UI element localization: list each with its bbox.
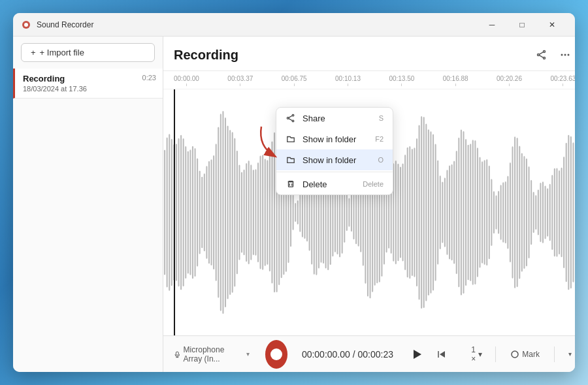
svg-rect-143 <box>474 140 476 285</box>
svg-rect-52 <box>262 155 263 270</box>
svg-rect-36 <box>225 117 226 307</box>
svg-rect-167 <box>531 180 532 245</box>
svg-rect-113 <box>404 155 406 270</box>
close-button[interactable]: ✕ <box>537 13 567 37</box>
svg-rect-135 <box>456 151 457 274</box>
svg-rect-10 <box>164 150 165 275</box>
menu-separator <box>276 172 393 172</box>
svg-rect-122 <box>425 123 427 301</box>
svg-rect-142 <box>472 140 474 285</box>
recording-item-date: 18/03/2024 at 17.36 <box>23 85 155 93</box>
svg-rect-19 <box>185 146 186 279</box>
svg-rect-157 <box>507 176 508 249</box>
svg-rect-43 <box>241 172 242 253</box>
svg-rect-45 <box>246 163 247 262</box>
timeline-mark-2: 00:06.75 <box>282 75 307 86</box>
time-display: 00:00:00.00 / 00:00:23 <box>295 349 400 360</box>
main-content: + + Import file Recording 18/03/2024 at … <box>13 37 575 372</box>
mark-button[interactable]: Mark <box>505 347 545 362</box>
maximize-button[interactable]: □ <box>507 13 537 37</box>
svg-rect-56 <box>271 141 272 283</box>
timeline-mark-5: 00:16.88 <box>443 75 468 86</box>
svg-rect-32 <box>216 144 217 281</box>
share-shortcut: S <box>379 114 384 122</box>
svg-rect-156 <box>505 181 506 243</box>
context-menu-share[interactable]: Share S <box>276 108 393 129</box>
svg-rect-54 <box>267 160 268 265</box>
svg-rect-152 <box>495 195 497 230</box>
microphone-label: Microphone Array (In... <box>184 345 244 363</box>
header-actions <box>531 44 575 65</box>
svg-rect-154 <box>500 185 502 240</box>
recording-title: Recording <box>174 48 531 63</box>
svg-rect-18 <box>183 138 184 286</box>
svg-rect-23 <box>194 148 195 277</box>
svg-rect-111 <box>400 166 401 258</box>
svg-rect-147 <box>484 160 485 265</box>
svg-rect-42 <box>238 164 240 260</box>
svg-rect-26 <box>201 177 203 249</box>
context-menu-show-in-folder[interactable]: Show in folder F2 <box>276 129 393 149</box>
svg-rect-144 <box>477 147 478 277</box>
svg-rect-118 <box>416 138 417 286</box>
skip-back-button[interactable] <box>434 344 450 365</box>
timeline-mark-0: 00:00.00 <box>174 75 199 86</box>
svg-point-8 <box>564 54 566 56</box>
svg-rect-119 <box>419 125 420 300</box>
svg-rect-30 <box>211 159 212 266</box>
speed-label: 1 × <box>470 345 478 363</box>
import-file-button[interactable]: + + Import file <box>21 43 155 62</box>
show-folder-shortcut: F2 <box>375 135 384 143</box>
context-menu-show-in-folder-2[interactable]: Show in folder O <box>276 149 393 170</box>
svg-rect-150 <box>491 179 492 246</box>
record-button[interactable] <box>265 340 287 369</box>
context-menu: Share S Show in folder F2 <box>276 107 393 195</box>
svg-rect-125 <box>433 134 434 291</box>
recording-list-item[interactable]: Recording 18/03/2024 at 17.36 0:23 <box>13 69 163 99</box>
svg-rect-120 <box>421 116 422 309</box>
svg-rect-39 <box>232 132 233 293</box>
svg-rect-121 <box>423 117 425 308</box>
svg-rect-138 <box>463 131 464 294</box>
svg-rect-22 <box>192 146 193 279</box>
mark-label: Mark <box>522 350 540 359</box>
svg-rect-176 <box>551 175 553 250</box>
svg-rect-68 <box>299 192 301 232</box>
svg-rect-115 <box>409 146 410 279</box>
svg-rect-169 <box>535 195 536 230</box>
svg-rect-146 <box>482 161 483 263</box>
more-options-button[interactable] <box>555 44 575 65</box>
svg-point-2 <box>544 51 546 53</box>
svg-rect-163 <box>521 153 523 272</box>
svg-rect-181 <box>563 157 564 268</box>
minimize-button[interactable]: ─ <box>477 13 507 37</box>
svg-rect-11 <box>167 137 168 287</box>
play-button[interactable] <box>408 343 426 366</box>
import-label: + Import file <box>40 48 84 57</box>
mark-dropdown-button[interactable]: ▾ <box>564 346 575 362</box>
share-label: Share <box>302 114 372 123</box>
delete-label: Delete <box>302 179 356 189</box>
svg-rect-57 <box>274 132 275 293</box>
svg-rect-44 <box>244 170 245 255</box>
svg-rect-88 <box>346 194 348 231</box>
speed-button[interactable]: 1 × ▾ <box>466 343 487 366</box>
mic-dropdown-arrow: ▾ <box>246 350 250 358</box>
mark-divider <box>495 346 496 362</box>
current-time: 00:00:00.00 <box>302 349 350 360</box>
svg-rect-198 <box>176 352 178 355</box>
svg-rect-117 <box>414 147 415 277</box>
window-controls: ─ □ ✕ <box>477 13 567 37</box>
microphone-selector[interactable]: Microphone Array (In... ▾ <box>174 345 250 363</box>
svg-rect-53 <box>265 159 266 266</box>
folder-icon-2 <box>286 155 296 165</box>
share-header-button[interactable] <box>531 44 552 65</box>
context-menu-delete[interactable]: Delete Delete <box>276 174 393 194</box>
show-folder-label: Show in folder <box>302 134 368 144</box>
svg-rect-112 <box>402 164 404 262</box>
svg-point-204 <box>512 351 518 358</box>
svg-rect-160 <box>514 136 515 288</box>
svg-rect-28 <box>206 166 207 258</box>
show-in-folder-label-2: Show in folder <box>302 155 371 165</box>
svg-rect-40 <box>234 138 235 287</box>
